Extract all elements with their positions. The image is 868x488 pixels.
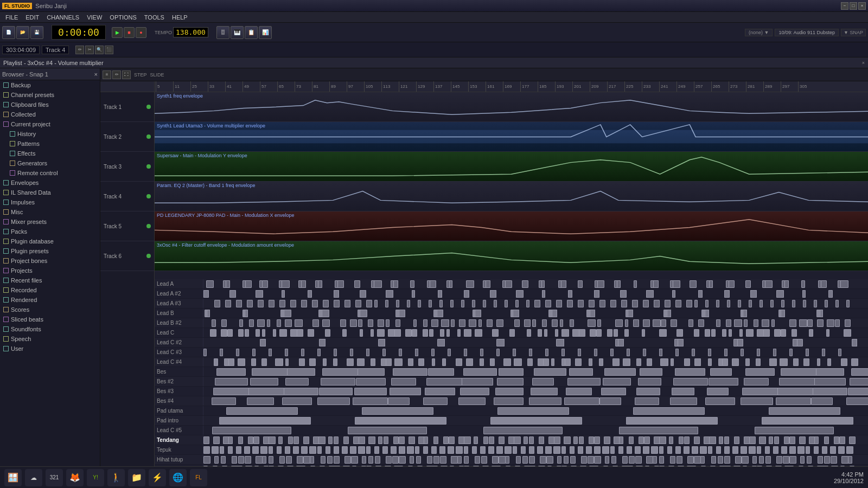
playlist-button[interactable]: 📊 xyxy=(259,26,272,39)
zoom-btn[interactable]: ⛶ xyxy=(122,70,131,79)
taskbar-person[interactable]: 🚶 xyxy=(107,469,125,486)
pattern-row-18[interactable]: Hihat tutup xyxy=(155,455,868,465)
track-row-6[interactable]: 3xOsc #4 - Filter cutoff envelope - Modu… xyxy=(155,241,868,271)
track-row-5[interactable]: PD LEGENDARY JP-8080 PAD - Main - Modula… xyxy=(155,211,868,241)
tool-btn-1[interactable]: ✏ xyxy=(75,46,84,54)
sidebar-item-user[interactable]: User xyxy=(0,344,100,354)
pattern-row-11[interactable]: Bes #3 xyxy=(155,387,868,396)
close-button[interactable]: × xyxy=(858,2,866,10)
play-button[interactable]: ▶ xyxy=(112,27,123,38)
sidebar-item-current-project[interactable]: Current project xyxy=(0,119,100,129)
pattern-block xyxy=(505,446,512,454)
tool-btn-4[interactable]: ⬛ xyxy=(105,46,113,54)
track-row-3[interactable]: Supersaw - Main - Modulation Y envelope xyxy=(155,152,868,182)
taskbar-yahoo[interactable]: Y! xyxy=(87,469,104,486)
track-row-2[interactable]: Synth1 Lead Utama3 - Volume multiplier e… xyxy=(155,122,868,152)
sidebar-item-backup[interactable]: Backup xyxy=(0,80,100,90)
tool-btn-3[interactable]: 🔍 xyxy=(95,46,104,54)
sidebar-item-clipboard-files[interactable]: Clipboard files xyxy=(0,100,100,110)
track-row-1[interactable]: Synth1 freq envelope xyxy=(155,92,868,122)
playlist-close[interactable]: × xyxy=(862,60,865,66)
pattern-block xyxy=(566,388,592,395)
sidebar-item-project-bones[interactable]: Project bones xyxy=(0,256,100,266)
maximize-button[interactable]: □ xyxy=(850,2,857,10)
sidebar-item-generators[interactable]: Generators xyxy=(0,158,100,168)
taskbar-steam[interactable]: ☁ xyxy=(25,469,42,486)
menu-file[interactable]: FILE xyxy=(2,14,21,21)
sidebar-item-history[interactable]: History xyxy=(0,129,100,139)
sidebar-item-envelopes[interactable]: Envelopes xyxy=(0,178,100,188)
pattern-row-0[interactable]: Lead A xyxy=(155,279,868,289)
menu-tools[interactable]: TOOLS xyxy=(141,14,168,21)
menu-view[interactable]: VIEW xyxy=(84,14,105,21)
draw-btn[interactable]: ✏ xyxy=(112,70,121,79)
pattern-row-16[interactable]: Tendang xyxy=(155,435,868,445)
taskbar-fl[interactable]: FL xyxy=(190,469,207,486)
sidebar-item-recent-files[interactable]: Recent files xyxy=(0,275,100,285)
pattern-block xyxy=(746,329,754,337)
taskbar-bolt[interactable]: ⚡ xyxy=(149,469,166,486)
menu-channels[interactable]: CHANNELS xyxy=(43,14,82,21)
pattern-row-13[interactable]: Pad utama xyxy=(155,406,868,416)
new-button[interactable]: 📄 xyxy=(2,26,15,39)
sidebar-item-effects[interactable]: Effects xyxy=(0,149,100,158)
pattern-row-8[interactable]: Lead C #4 xyxy=(155,357,868,367)
browser-button[interactable]: 📋 xyxy=(245,26,258,39)
sidebar-item-plugin-database[interactable]: Plugin database xyxy=(0,236,100,246)
mixer-button[interactable]: 🎛 xyxy=(216,26,229,39)
sidebar-item-mixer-presets[interactable]: Mixer presets xyxy=(0,217,100,227)
pattern-row-14[interactable]: Pad intro xyxy=(155,416,868,426)
minimize-button[interactable]: − xyxy=(841,2,848,10)
tempo-display[interactable]: 138.000 xyxy=(173,27,208,37)
pattern-row-4[interactable]: Lead B #2 xyxy=(155,318,868,328)
pattern-row-10[interactable]: Bes #2 xyxy=(155,377,868,387)
pattern-block xyxy=(734,319,742,327)
pattern-block xyxy=(285,358,289,366)
sidebar-item-soundfonts[interactable]: Soundfonts xyxy=(0,324,100,334)
pattern-row-15[interactable]: Lead C #5 xyxy=(155,426,868,435)
pattern-selector[interactable]: (none) ▼ xyxy=(745,29,773,36)
sidebar-item-rendered[interactable]: Rendered xyxy=(0,295,100,305)
save-button[interactable]: 💾 xyxy=(30,26,43,39)
sidebar-item-channel-presets[interactable]: Channel presets xyxy=(0,90,100,100)
pattern-row-3[interactable]: Lead B xyxy=(155,309,868,318)
open-button[interactable]: 📂 xyxy=(16,26,29,39)
start-button[interactable]: 🪟 xyxy=(4,469,22,486)
sidebar-item-plugin-presets[interactable]: Plugin presets xyxy=(0,246,100,256)
taskbar-firefox[interactable]: 🦊 xyxy=(66,469,84,486)
taskbar-321[interactable]: 321 xyxy=(46,469,63,486)
pattern-row-1[interactable]: Lead A #2 xyxy=(155,289,868,299)
pattern-row-6[interactable]: Lead C #2 xyxy=(155,338,868,348)
step-mode-btn[interactable]: ≡ xyxy=(103,70,111,79)
record-button[interactable]: ● xyxy=(136,27,146,38)
sidebar-item-packs[interactable]: Packs xyxy=(0,227,100,236)
sidebar-item-remote-control[interactable]: Remote control xyxy=(0,168,100,178)
track-row-4[interactable]: Param. EQ 2 (Master) - Band 1 freq envel… xyxy=(155,182,868,211)
tool-btn-2[interactable]: ✂ xyxy=(85,46,94,54)
piano-button[interactable]: 🎹 xyxy=(231,26,244,39)
sidebar-item-collected[interactable]: Collected xyxy=(0,110,100,119)
sidebar-item-sliced-beats[interactable]: Sliced beats xyxy=(0,314,100,324)
taskbar-globe[interactable]: 🌐 xyxy=(169,469,187,486)
sidebar-item-projects[interactable]: Projects xyxy=(0,266,100,275)
menu-edit[interactable]: EDIT xyxy=(22,14,42,21)
pattern-row-5[interactable]: Lead C xyxy=(155,328,868,338)
sidebar-item-speech[interactable]: Speech xyxy=(0,334,100,344)
sidebar-item-patterns[interactable]: Patterns xyxy=(0,139,100,149)
menu-help[interactable]: HELP xyxy=(169,14,191,21)
snap-selector[interactable]: ▼ SNAP xyxy=(841,29,866,36)
pattern-row-12[interactable]: Bes #4 xyxy=(155,396,868,406)
stop-button[interactable]: ■ xyxy=(124,27,135,38)
menu-options[interactable]: OPTIONS xyxy=(106,14,140,21)
sidebar-item-misc[interactable]: Misc xyxy=(0,207,100,217)
sidebar-item-impulses[interactable]: Impulses xyxy=(0,197,100,207)
sidebar-item-il-shared-data[interactable]: IL Shared Data xyxy=(0,188,100,197)
taskbar-folder[interactable]: 📁 xyxy=(128,469,145,486)
pattern-row-7[interactable]: Lead C #3 xyxy=(155,348,868,357)
pattern-row-9[interactable]: Bes xyxy=(155,367,868,377)
browser-close[interactable]: × xyxy=(94,71,98,78)
pattern-row-17[interactable]: Tepuk xyxy=(155,445,868,455)
sidebar-item-scores[interactable]: Scores xyxy=(0,305,100,314)
sidebar-item-recorded[interactable]: Recorded xyxy=(0,285,100,295)
pattern-row-2[interactable]: Lead A #3 xyxy=(155,299,868,309)
